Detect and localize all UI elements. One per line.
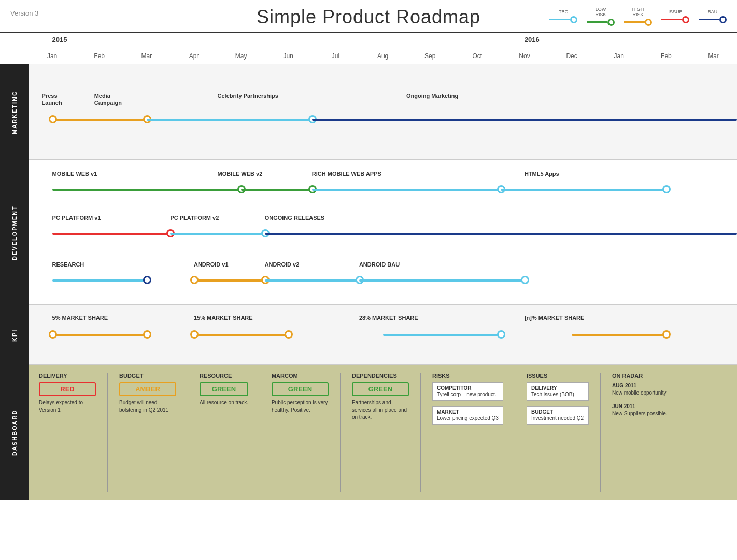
month-jun: Jun [265,52,312,60]
label-rich-mobile: RICH MOBILE WEB APPS [312,171,381,177]
resource-section: RESOURCE GREEN All resource on track. [200,373,248,492]
issue-delivery: DELIVERY Tech issues (BOB) [527,382,589,401]
dot-marketing-jan [49,115,57,123]
on-radar-section: ON RADAR AUG 2011 New mobile opportunity… [612,373,674,492]
legend-line-high-risk [624,19,652,26]
month-may: May [218,52,265,60]
version-label: Version 3 [10,9,38,17]
legend-label-bau: BAU [708,10,718,15]
legend-item-issue: ISSUE [661,10,689,23]
marcom-badge: GREEN [272,382,329,396]
marketing-line-2 [147,119,312,121]
android-line-3 [359,279,525,282]
radar-date-2: JUN 2011 [612,403,674,410]
marcom-section: MARCOM GREEN Public perception is very h… [272,373,329,492]
budget-section: BUDGET AMBER Budget will need bolstering… [119,373,176,492]
dependencies-text: Partnerships and services all in place a… [352,399,409,421]
dependencies-badge: GREEN [352,382,409,396]
pc-line-1 [52,233,171,235]
dependencies-section: DEPENDENCIES GREEN Partnerships and serv… [352,373,409,492]
dashboard-content: DELIVERY RED Delays expected to Version … [29,365,737,500]
label-pc-v2: PC PLATFORM v2 [170,215,219,221]
divider-7 [600,373,601,492]
month-jan-2015: Jan [29,52,76,60]
kpi-label: KPI [0,305,29,365]
research-line [52,279,147,282]
dot-android-nov [521,276,529,284]
radar-text-1: New mobile opportunity [612,389,674,397]
label-android-v2: ANDROID v2 [265,261,300,268]
divider-4 [340,373,341,492]
grid-body: PressLaunch MediaCampaign Celebrity Part… [29,64,737,365]
month-jan-2016: Jan [596,52,643,60]
dot-android-apr [190,276,199,284]
dependencies-title: DEPENDENCIES [352,373,409,379]
kpi-line-4 [572,334,666,336]
delivery-badge: RED [39,382,96,396]
issues-title: ISSUES [527,373,589,379]
legend-item-high-risk: HIGHRISK [624,7,652,26]
grid-area: 2015 2016 Jan Feb Mar Apr May Jun Jul Au… [29,33,737,365]
dot-research-mar [143,276,151,284]
divider-1 [107,373,108,492]
label-media-campaign: MediaCampaign [94,93,122,106]
pc-line-2 [170,233,264,235]
label-research: RESEARCH [52,261,84,268]
dot-kpi-nov [497,330,505,339]
month-apr: Apr [170,52,217,60]
label-ongoing-marketing: Ongoing Marketing [406,93,458,99]
month-nov: Nov [501,52,548,60]
android-line-1 [194,279,265,282]
dot-kpi-feb16 [662,330,671,339]
risk-competitor-title: COMPETITOR [437,385,499,391]
label-15pct: 15% MARKET SHARE [194,315,253,321]
label-mobile-web-v1: MOBILE WEB v1 [52,171,97,177]
resource-title: RESOURCE [200,373,248,379]
marketing-label: MARKETING [0,64,29,160]
delivery-text: Delays expected to Version 1 [39,399,96,414]
budget-badge: AMBER [119,382,176,396]
label-html5-apps: HTML5 Apps [525,171,559,177]
android-line-2 [265,279,359,282]
label-mobile-web-v2: MOBILE WEB v2 [218,171,263,177]
legend: TBC LOWRISK HIGHRISK ISSUE [549,7,727,26]
dot-kpi-jan [49,330,57,339]
month-mar: Mar [123,52,170,60]
risk-market: MARKET Lower pricing expected Q3 [432,406,503,425]
radar-text-2: New Suppliers possible. [612,410,674,417]
delivery-section: DELIVERY RED Delays expected to Version … [39,373,96,492]
dot-mobile-web-feb16 [662,185,671,193]
mobile-web-line-3 [312,189,501,191]
issue-delivery-title: DELIVERY [531,385,584,391]
timeline-header: 2015 2016 Jan Feb Mar Apr May Jun Jul Au… [29,33,737,64]
label-android-bau: ANDROID BAU [359,261,400,268]
mobile-web-line-2 [241,189,312,191]
pc-line-3 [265,233,737,235]
dashboard-label: DASHBOARD [0,365,29,500]
delivery-title: DELIVERY [39,373,96,379]
dashboard-section: DASHBOARD DELIVERY RED Delays expected t… [0,365,737,500]
radar-item-2: JUN 2011 New Suppliers possible. [612,403,674,417]
risk-market-title: MARKET [437,409,499,415]
legend-line-tbc [549,16,577,23]
marcom-title: MARCOM [272,373,329,379]
legend-line-bau [699,16,727,23]
mobile-web-line-4 [501,189,666,191]
legend-line-issue [661,16,689,23]
legend-item-bau: BAU [699,10,727,23]
label-28pct: 28% MARKET SHARE [359,315,418,321]
marketing-line-1 [52,119,147,121]
dot-kpi-jun [285,330,293,339]
mobile-web-line-1 [52,189,242,191]
row-labels: MARKETING DEVELOPMENT KPI [0,33,29,365]
legend-label-low-risk: LOWRISK [595,7,606,18]
legend-item-low-risk: LOWRISK [587,7,615,26]
radar-item-1: AUG 2011 New mobile opportunity [612,382,674,397]
budget-title: BUDGET [119,373,176,379]
month-jul: Jul [312,52,359,60]
chart-area: MARKETING DEVELOPMENT KPI 2015 2016 Jan … [0,33,737,365]
divider-3 [260,373,260,492]
month-mar-2016: Mar [690,52,737,60]
kpi-line-3 [383,334,501,336]
month-sep: Sep [406,52,453,60]
